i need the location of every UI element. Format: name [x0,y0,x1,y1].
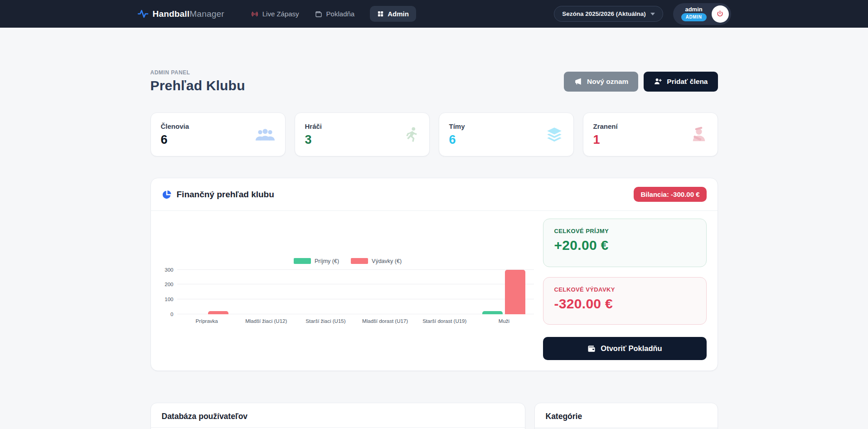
stat-card-players[interactable]: Hráči 3 [295,112,430,156]
chart-ytick: 200 [162,282,174,287]
legend-label: Príjmy (€) [315,258,339,264]
nav-item-cashier[interactable]: Pokladňa [315,10,355,18]
total-income-label: CELKOVÉ PRÍJMY [554,228,695,234]
stat-value: 1 [593,133,618,147]
logout-button[interactable] [712,5,729,23]
chart-category-label: Prípravka [177,318,237,324]
stat-card-teams[interactable]: Tímy 6 [439,112,574,156]
admin-panel-eyebrow: ADMIN PANEL [150,69,245,76]
stat-label: Tímy [449,122,465,130]
nav-item-label: Admin [388,10,409,18]
user-name: admin [685,6,702,12]
bar [505,270,525,314]
legend-item[interactable]: Výdavky (€) [351,258,402,264]
finance-overview-card: Finančný prehľad klubu Bilancia: -300.00… [150,178,718,371]
bar [208,311,228,314]
nav-item-label: Pokladňa [326,10,355,18]
users-database-panel: Databáza používateľov [150,403,525,429]
total-income-card: CELKOVÉ PRÍJMY +20.00 € [543,219,707,267]
chart-category-label: Muži [474,318,533,324]
bar-group [415,270,474,314]
balance-badge: Bilancia: -300.00 € [634,187,706,202]
legend-swatch [351,258,368,264]
brand-name-light: Manager [189,9,224,19]
categories-panel: Kategórie [534,403,718,429]
stat-value: 6 [449,133,465,147]
brand-name-bold: Handball [153,9,190,19]
page-header: ADMIN PANEL Prehľad Klubu Nový oznam Pri… [150,69,718,93]
total-income-value: +20.00 € [554,238,695,253]
legend-label: Výdavky (€) [372,258,402,264]
bar-group [296,270,355,314]
finance-bar-chart: Príjmy (€)Výdavky (€) 0100200300 Príprav… [151,211,543,370]
people-icon [255,127,275,142]
bar-group [474,270,533,314]
bar-group [355,270,415,314]
stat-card-members[interactable]: Členovia 6 [150,112,286,156]
legend-item[interactable]: Príjmy (€) [294,258,339,264]
stat-card-injured[interactable]: Zranení 1 [583,112,718,156]
chart-category-label: Mladší žiaci (U12) [237,318,296,324]
person-plus-icon [654,77,662,86]
season-selector-value: Sezóna 2025/2026 (Aktuálna) [562,10,646,17]
users-database-title: Databáza používateľov [162,412,514,421]
pie-chart-icon [162,190,172,200]
wallet-icon [315,10,323,18]
stat-cards-row: Členovia 6 Hráči 3 Tímy 6 [150,112,718,156]
chart-category-label: Starší žiaci (U15) [296,318,355,324]
bar-group [177,270,237,314]
bar-group [237,270,296,314]
chevron-down-icon [650,13,655,15]
stat-label: Zranení [593,122,618,130]
stat-value: 6 [161,133,189,147]
page-title: Prehľad Klubu [150,78,245,93]
season-selector[interactable]: Sezóna 2025/2026 (Aktuálna) [554,6,663,22]
open-cashier-button[interactable]: Otvoriť Pokladňu [543,337,707,360]
runner-icon [404,126,419,143]
total-expense-value: -320.00 € [554,296,695,312]
activity-pulse-icon [137,8,149,20]
nav-item-admin[interactable]: Admin [370,6,416,22]
chart-category-label: Starší dorast (U19) [415,318,474,324]
stat-label: Členovia [161,122,189,130]
new-announcement-button[interactable]: Nový oznam [564,72,638,92]
power-icon [716,10,724,18]
add-member-button[interactable]: Pridať člena [644,72,718,92]
bar [482,311,503,314]
brand-logo[interactable]: HandballManager [137,8,224,20]
chart-ytick: 300 [162,267,174,273]
legend-swatch [294,258,311,264]
chart-category-label: Mladší dorast (U17) [355,318,415,324]
chart-ytick: 100 [162,297,174,302]
nav-links: Live Zápasy Pokladňa Admin [251,6,416,22]
total-expense-label: CELKOVÉ VÝDAVKY [554,286,695,293]
stat-label: Hráči [305,122,322,130]
wallet-icon [587,344,596,353]
layers-icon [545,126,563,144]
grid-icon [377,10,384,17]
finance-title: Finančný prehľad klubu [177,190,274,200]
stat-value: 3 [305,133,322,147]
user-role-badge: ADMIN [681,13,707,21]
categories-title: Kategórie [546,412,707,421]
chart-legend: Príjmy (€)Výdavky (€) [162,258,534,264]
chart-ytick: 0 [162,312,174,317]
total-expense-card: CELKOVÉ VÝDAVKY -320.00 € [543,277,707,325]
chart-plot: 0100200300 [177,270,534,314]
megaphone-icon [574,77,582,86]
chart-xlabels: PrípravkaMladší žiaci (U12)Starší žiaci … [177,318,534,324]
injured-person-icon [690,126,708,144]
user-menu[interactable]: admin ADMIN [673,3,731,25]
top-navbar: HandballManager Live Zápasy Pokladňa [0,0,868,28]
live-broadcast-icon [251,10,259,18]
nav-item-live-matches[interactable]: Live Zápasy [251,10,299,18]
nav-item-label: Live Zápasy [262,10,299,18]
